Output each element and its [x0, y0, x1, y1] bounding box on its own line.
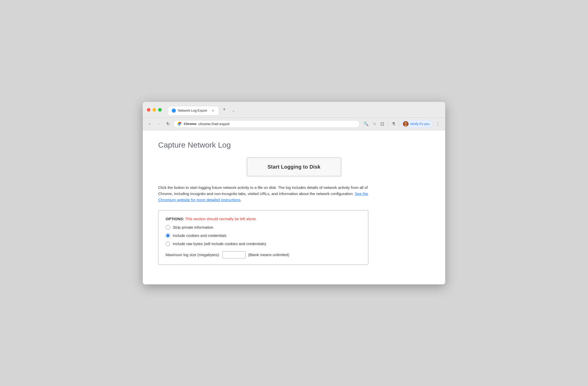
tab-close-button[interactable]: ×	[211, 108, 215, 113]
window-controls: 🌐 Network Log Export × + ⌄	[147, 105, 441, 115]
bookmark-icon-button[interactable]: ☆	[371, 120, 378, 128]
page-title: Capture Network Log	[158, 141, 430, 149]
tab-favicon-icon: 🌐	[172, 109, 176, 113]
description-text: Click the button to start logging future…	[158, 185, 368, 203]
maximize-button[interactable]	[158, 108, 162, 112]
chrome-logo-icon	[177, 122, 182, 126]
verify-label: Verify it's you	[410, 122, 430, 126]
browser-window: 🌐 Network Log Export × + ⌄ ← → ↻ Chrome …	[143, 102, 445, 284]
radio-raw-label: Include raw bytes (will include cookies …	[173, 242, 266, 246]
options-header-bold: OPTIONS:	[166, 217, 184, 221]
options-header: OPTIONS: This section should normally be…	[166, 217, 361, 221]
radio-cookies[interactable]	[166, 233, 170, 238]
tab-title: Network Log Export	[178, 109, 209, 112]
page-content: Capture Network Log Start Logging to Dis…	[143, 130, 445, 284]
radio-cookies-item[interactable]: Include cookies and credentials	[166, 233, 361, 238]
avatar-icon	[403, 121, 409, 127]
nav-icons: 🔍 ☆ ⊡ ⚗ Verify it's you ⋮	[362, 120, 442, 128]
url-display: chrome://net-export	[198, 122, 356, 126]
description-post: .	[240, 198, 241, 202]
tab-dropdown-button[interactable]: ⌄	[229, 107, 238, 114]
menu-button[interactable]: ⋮	[434, 120, 442, 128]
back-button[interactable]: ←	[146, 121, 154, 127]
minimize-button[interactable]	[153, 108, 156, 112]
forward-button[interactable]: →	[156, 121, 163, 127]
svg-point-1	[178, 123, 180, 125]
close-button[interactable]	[147, 108, 150, 112]
profile-avatar	[403, 121, 409, 127]
navigation-bar: ← → ↻ Chrome chrome://net-export 🔍 ☆ ⊡ ⚗	[143, 118, 445, 130]
nav-divider-2	[399, 121, 399, 127]
max-log-label: Maximum log size (megabytes):	[166, 253, 220, 257]
max-log-input[interactable]	[222, 251, 246, 258]
radio-group: Strip private information Include cookie…	[166, 225, 361, 246]
nav-divider	[388, 121, 388, 127]
options-box: OPTIONS: This section should normally be…	[158, 210, 368, 265]
radio-strip[interactable]	[166, 225, 170, 230]
lab-icon-button[interactable]: ⚗	[390, 120, 397, 128]
max-log-suffix: (Blank means unlimited)	[248, 253, 289, 257]
search-icon-button[interactable]: 🔍	[362, 120, 370, 128]
title-bar: 🌐 Network Log Export × + ⌄	[143, 102, 445, 118]
new-tab-button[interactable]: +	[220, 105, 228, 114]
radio-raw-item[interactable]: Include raw bytes (will include cookies …	[166, 242, 361, 246]
radio-cookies-label: Include cookies and credentials	[173, 233, 226, 238]
active-tab[interactable]: 🌐 Network Log Export ×	[168, 106, 219, 115]
max-log-row: Maximum log size (megabytes): (Blank mea…	[166, 251, 361, 258]
svg-point-3	[405, 122, 407, 124]
radio-raw[interactable]	[166, 242, 170, 246]
address-bar[interactable]: Chrome chrome://net-export	[173, 120, 360, 128]
verify-profile-button[interactable]: Verify it's you	[401, 120, 433, 128]
chrome-brand-label: Chrome	[184, 122, 196, 126]
reload-button[interactable]: ↻	[165, 120, 171, 127]
options-header-warning: This section should normally be left alo…	[184, 217, 257, 221]
start-logging-button[interactable]: Start Logging to Disk	[247, 158, 341, 176]
extension-icon-button[interactable]: ⊡	[379, 120, 386, 128]
radio-strip-label: Strip private information	[173, 225, 213, 229]
description-pre: Click the button to start logging future…	[158, 185, 368, 196]
radio-strip-item[interactable]: Strip private information	[166, 225, 361, 230]
